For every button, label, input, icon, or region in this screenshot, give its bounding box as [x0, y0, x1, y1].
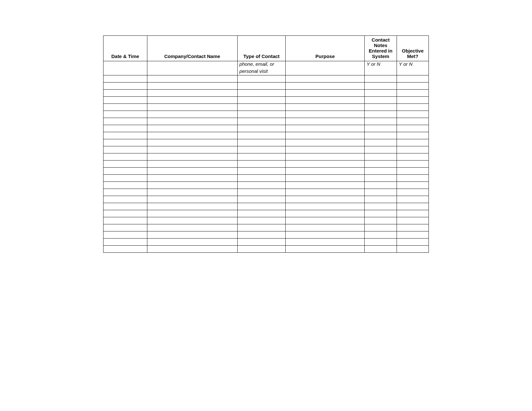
hint-cell-company [147, 61, 237, 68]
table-cell [397, 111, 429, 118]
table-cell [103, 189, 147, 196]
table-cell [237, 224, 286, 231]
hint-cell-type-line1: phone, email, or [237, 61, 286, 68]
table-cell [147, 168, 237, 175]
table-row [103, 217, 429, 224]
table-cell [147, 111, 237, 118]
table-cell [237, 175, 286, 182]
hint-cell-objective: Y or N [397, 61, 429, 68]
table-cell [237, 246, 286, 253]
table-cell [365, 153, 397, 161]
table-cell [365, 75, 397, 83]
table-cell [103, 146, 147, 153]
table-cell [237, 182, 286, 189]
table-cell [237, 217, 286, 224]
table-cell [397, 239, 429, 246]
table-cell [237, 210, 286, 217]
table-cell [286, 168, 365, 175]
table-row [103, 189, 429, 196]
table-cell [147, 231, 237, 239]
table-cell [286, 231, 365, 239]
table-cell [103, 224, 147, 231]
table-cell [147, 196, 237, 203]
table-cell [397, 161, 429, 168]
table-cell [286, 75, 365, 83]
table-cell [286, 83, 365, 90]
table-cell [397, 231, 429, 239]
table-cell [237, 83, 286, 90]
table-cell [103, 104, 147, 111]
table-cell [286, 97, 365, 104]
table-cell [365, 168, 397, 175]
table-row [103, 224, 429, 231]
table-cell [237, 125, 286, 132]
header-date-time: Date & Time [103, 36, 147, 61]
table-cell [237, 189, 286, 196]
table-cell [397, 246, 429, 253]
table-cell [103, 246, 147, 253]
table-cell [147, 217, 237, 224]
table-row [103, 246, 429, 253]
table-cell [237, 203, 286, 210]
table-row [103, 75, 429, 83]
table-cell [397, 90, 429, 97]
table-cell [286, 111, 365, 118]
table-cell [147, 189, 237, 196]
table-row [103, 161, 429, 168]
table-cell [103, 196, 147, 203]
table-cell [397, 189, 429, 196]
table-cell [147, 210, 237, 217]
table-row [103, 111, 429, 118]
table-cell [147, 246, 237, 253]
table-cell [103, 182, 147, 189]
table-cell [286, 104, 365, 111]
table-cell [237, 104, 286, 111]
table-row [103, 168, 429, 175]
hint-row-2: personal visit [103, 68, 429, 75]
header-purpose: Purpose [286, 36, 365, 61]
table-cell [365, 196, 397, 203]
table-cell [103, 161, 147, 168]
table-row [103, 146, 429, 153]
hint-cell-company-2 [147, 68, 237, 75]
table-cell [365, 83, 397, 90]
table-cell [103, 239, 147, 246]
table-cell [397, 153, 429, 161]
table-cell [286, 196, 365, 203]
table-body: phone, email, or Y or N Y or N personal … [103, 61, 429, 253]
table-row [103, 125, 429, 132]
hint-cell-purpose-2 [286, 68, 365, 75]
table-cell [397, 168, 429, 175]
table-cell [103, 210, 147, 217]
table-cell [103, 168, 147, 175]
table-cell [286, 224, 365, 231]
table-row [103, 83, 429, 90]
table-cell [365, 239, 397, 246]
table-row [103, 153, 429, 161]
table-cell [286, 161, 365, 168]
table-cell [237, 146, 286, 153]
table-cell [147, 139, 237, 146]
table-cell [103, 175, 147, 182]
table-cell [147, 125, 237, 132]
table-cell [397, 196, 429, 203]
table-cell [365, 125, 397, 132]
table-cell [365, 189, 397, 196]
table-cell [286, 189, 365, 196]
table-cell [147, 224, 237, 231]
table-cell [397, 97, 429, 104]
table-cell [237, 161, 286, 168]
table-cell [397, 217, 429, 224]
table-cell [365, 246, 397, 253]
hint-cell-type-line2: personal visit [237, 68, 286, 75]
table-cell [397, 210, 429, 217]
table-cell [147, 118, 237, 125]
table-cell [365, 97, 397, 104]
table-cell [286, 153, 365, 161]
table-cell [103, 118, 147, 125]
table-cell [286, 246, 365, 253]
table-cell [397, 139, 429, 146]
table-cell [237, 132, 286, 139]
header-contact-notes: Contact Notes Entered in System [365, 36, 397, 61]
table-cell [147, 239, 237, 246]
